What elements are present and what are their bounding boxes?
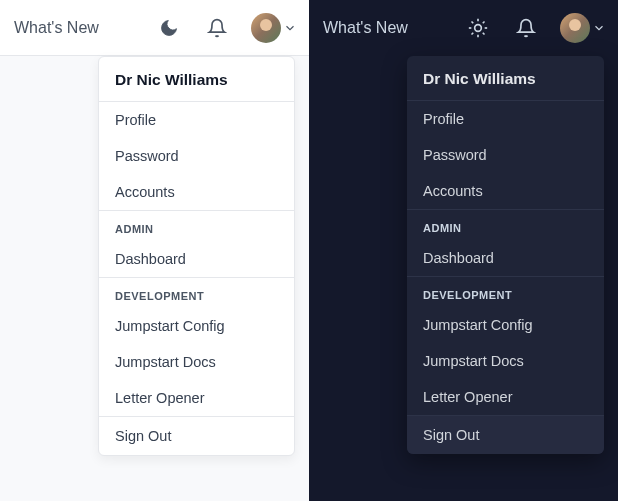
moon-icon: [159, 18, 179, 38]
menu-accounts[interactable]: Accounts: [407, 173, 604, 209]
user-dropdown: Dr Nic Williams Profile Password Account…: [407, 56, 604, 454]
menu-profile[interactable]: Profile: [99, 102, 294, 138]
menu-dashboard[interactable]: Dashboard: [407, 240, 604, 276]
section-development: DEVELOPMENT: [99, 277, 294, 308]
avatar: [560, 13, 590, 43]
bell-icon: [516, 18, 536, 38]
user-menu-button[interactable]: [251, 13, 297, 43]
section-development: DEVELOPMENT: [407, 276, 604, 307]
menu-profile[interactable]: Profile: [407, 101, 604, 137]
notifications-button[interactable]: [203, 14, 231, 42]
topbar: What's New: [309, 0, 618, 56]
menu-password[interactable]: Password: [407, 137, 604, 173]
bell-icon: [207, 18, 227, 38]
notifications-button[interactable]: [512, 14, 540, 42]
chevron-down-icon: [283, 21, 297, 35]
svg-line-8: [483, 22, 485, 24]
menu-jumpstart-docs[interactable]: Jumpstart Docs: [407, 343, 604, 379]
svg-line-7: [472, 33, 474, 35]
theme-toggle-button[interactable]: [464, 14, 492, 42]
menu-jumpstart-config[interactable]: Jumpstart Config: [407, 307, 604, 343]
menu-sign-out[interactable]: Sign Out: [407, 415, 604, 454]
menu-dashboard[interactable]: Dashboard: [99, 241, 294, 277]
whats-new-link[interactable]: What's New: [323, 19, 408, 37]
menu-jumpstart-docs[interactable]: Jumpstart Docs: [99, 344, 294, 380]
user-menu-button[interactable]: [560, 13, 606, 43]
menu-password[interactable]: Password: [99, 138, 294, 174]
light-theme-panel: What's New Dr Nic Williams Profile Passw…: [0, 0, 309, 501]
svg-line-3: [472, 22, 474, 24]
chevron-down-icon: [592, 21, 606, 35]
dropdown-user-name: Dr Nic Williams: [99, 57, 294, 102]
theme-toggle-button[interactable]: [155, 14, 183, 42]
whats-new-link[interactable]: What's New: [14, 19, 99, 37]
menu-accounts[interactable]: Accounts: [99, 174, 294, 210]
menu-jumpstart-config[interactable]: Jumpstart Config: [99, 308, 294, 344]
section-admin: ADMIN: [407, 209, 604, 240]
user-dropdown: Dr Nic Williams Profile Password Account…: [98, 56, 295, 456]
menu-letter-opener[interactable]: Letter Opener: [99, 380, 294, 416]
topbar: What's New: [0, 0, 309, 56]
dark-theme-panel: What's New Dr Nic Williams Profile Passw…: [309, 0, 618, 501]
menu-letter-opener[interactable]: Letter Opener: [407, 379, 604, 415]
sun-icon: [468, 18, 488, 38]
section-admin: ADMIN: [99, 210, 294, 241]
menu-sign-out[interactable]: Sign Out: [99, 416, 294, 455]
svg-point-0: [475, 25, 482, 32]
avatar: [251, 13, 281, 43]
dropdown-user-name: Dr Nic Williams: [407, 56, 604, 101]
svg-line-4: [483, 33, 485, 35]
